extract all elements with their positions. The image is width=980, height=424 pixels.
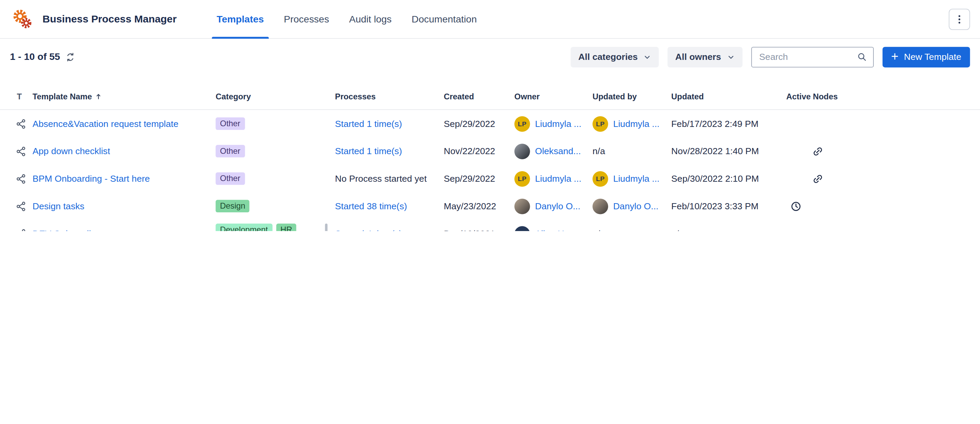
active-nodes-cell <box>786 173 980 185</box>
updated-date: Nov/28/2022 1:40 PM <box>671 146 759 156</box>
search-box <box>751 47 874 67</box>
template-name-link[interactable]: Design tasks <box>32 201 84 211</box>
main-nav: Templates Processes Audit logs Documenta… <box>207 0 487 38</box>
avatar-initials[interactable]: AH <box>514 226 530 231</box>
updated-by-link[interactable]: Danylo O... <box>613 201 659 211</box>
column-updated[interactable]: Updated <box>671 92 786 102</box>
category-pills: Other <box>216 145 245 157</box>
template-name-link[interactable]: DEV Onboarding <box>32 229 101 231</box>
category-filter-dropdown[interactable]: All categories <box>571 47 659 67</box>
template-name-link[interactable]: BPM Onboarding - Start here <box>32 173 150 183</box>
clock-icon <box>790 200 802 212</box>
avatar-initials[interactable]: LP <box>592 171 608 186</box>
kebab-menu-icon <box>954 13 965 24</box>
owner-link[interactable]: Danylo O... <box>535 201 580 211</box>
processes-cell: Started 4 time(s) <box>335 229 444 231</box>
table-row: Absence&Vacation request templateOtherSt… <box>0 110 980 138</box>
owner-link[interactable]: Liudmyla ... <box>535 119 581 129</box>
tab-documentation[interactable]: Documentation <box>401 0 487 38</box>
created-cell: Sep/29/2022 <box>444 119 514 129</box>
owner-cell: Oleksand... <box>514 143 592 159</box>
app-title: Business Process Manager <box>43 13 177 25</box>
category-pill: Other <box>216 145 245 157</box>
created-date: Nov/22/2022 <box>444 146 495 156</box>
table-row: Design tasksDesignStarted 38 time(s)May/… <box>0 192 980 220</box>
avatar-photo[interactable] <box>592 199 608 214</box>
column-type[interactable]: T <box>10 92 33 102</box>
processes-link[interactable]: Started 1 time(s) <box>335 119 402 129</box>
avatar-initials[interactable]: LP <box>592 116 608 131</box>
updated-cell: Nov/28/2022 1:40 PM <box>671 146 786 156</box>
processes-cell: Started 1 time(s) <box>335 119 444 129</box>
processes-cell: Started 38 time(s) <box>335 201 444 211</box>
created-cell: Sep/29/2022 <box>444 173 514 183</box>
template-type-icon <box>16 118 26 129</box>
updated-date: Feb/10/2023 3:33 PM <box>671 201 758 211</box>
owner-cell: AHAlina Hu... <box>514 226 592 231</box>
chevron-down-icon <box>643 53 651 61</box>
template-type-cell <box>10 173 33 184</box>
search-input[interactable] <box>758 51 857 63</box>
template-name-link[interactable]: App down checklist <box>32 146 110 156</box>
sort-ascending-icon <box>94 92 102 101</box>
owner-link[interactable]: Liudmyla ... <box>535 173 581 183</box>
avatar-photo[interactable] <box>514 199 530 214</box>
template-type-cell <box>10 118 33 129</box>
column-updated-by[interactable]: Updated by <box>592 92 671 102</box>
created-cell: May/23/2022 <box>444 201 514 211</box>
tab-templates[interactable]: Templates <box>207 0 274 38</box>
app-window: Business Process Manager Templates Proce… <box>0 0 980 231</box>
updated-by-link[interactable]: Liudmyla ... <box>613 119 660 129</box>
owner-cell: LPLiudmyla ... <box>514 116 592 131</box>
avatar-initials[interactable]: LP <box>514 116 530 131</box>
updated-by-text: n/a <box>592 229 605 231</box>
chevron-down-icon <box>727 53 735 61</box>
updated-by-cell: LPLiudmyla ... <box>592 171 671 186</box>
template-type-cell <box>10 146 33 157</box>
column-processes[interactable]: Processes <box>335 92 444 102</box>
column-template-name[interactable]: Template Name <box>32 92 216 102</box>
column-owner[interactable]: Owner <box>514 92 592 102</box>
updated-cell: n/a <box>671 229 786 231</box>
new-template-button[interactable]: + New Template <box>882 47 970 67</box>
active-nodes-cell <box>786 200 980 212</box>
category-pill: Development <box>216 224 272 231</box>
created-date: Sep/29/2022 <box>444 119 495 129</box>
tab-audit-logs[interactable]: Audit logs <box>339 0 402 38</box>
owner-link[interactable]: Alina Hu... <box>535 229 577 231</box>
search-icon[interactable] <box>857 52 867 62</box>
updated-by-cell: LPLiudmyla ... <box>592 116 671 131</box>
created-date: May/23/2022 <box>444 201 496 211</box>
processes-link[interactable]: Started 38 time(s) <box>335 201 407 211</box>
column-created[interactable]: Created <box>444 92 514 102</box>
column-category[interactable]: Category <box>216 92 335 102</box>
template-type-cell <box>10 228 33 231</box>
active-nodes-cell <box>786 145 980 157</box>
updated-date: n/a <box>671 229 684 231</box>
category-filter-label: All categories <box>578 52 638 62</box>
processes-text: No Process started yet <box>335 173 427 183</box>
tab-processes[interactable]: Processes <box>274 0 339 38</box>
template-name-link[interactable]: Absence&Vacation request template <box>32 119 178 129</box>
processes-link[interactable]: Started 4 time(s) <box>335 229 402 231</box>
category-cell: Design <box>216 192 335 220</box>
processes-link[interactable]: Started 1 time(s) <box>335 146 402 156</box>
template-type-cell <box>10 201 33 211</box>
owner-filter-dropdown[interactable]: All owners <box>668 47 742 67</box>
table-row: DEV OnboardingDevelopmentHROnboardingSta… <box>0 220 980 231</box>
avatar-initials[interactable]: LP <box>514 171 530 186</box>
template-type-icon <box>16 201 26 211</box>
category-scrollbar[interactable] <box>325 224 327 231</box>
refresh-icon[interactable] <box>65 51 76 62</box>
column-active-nodes[interactable]: Active Nodes <box>786 92 980 102</box>
updated-by-text: n/a <box>592 146 605 156</box>
template-name-cell: DEV Onboarding <box>32 229 216 231</box>
owner-link[interactable]: Oleksand... <box>535 146 581 156</box>
category-cell: Other <box>216 110 335 138</box>
category-pills: Design <box>216 200 250 212</box>
updated-by-link[interactable]: Liudmyla ... <box>613 173 660 183</box>
updated-date: Sep/30/2022 2:10 PM <box>671 173 759 183</box>
active-node-slot <box>786 200 808 212</box>
overflow-menu-button[interactable] <box>949 8 970 30</box>
avatar-photo[interactable] <box>514 143 530 159</box>
